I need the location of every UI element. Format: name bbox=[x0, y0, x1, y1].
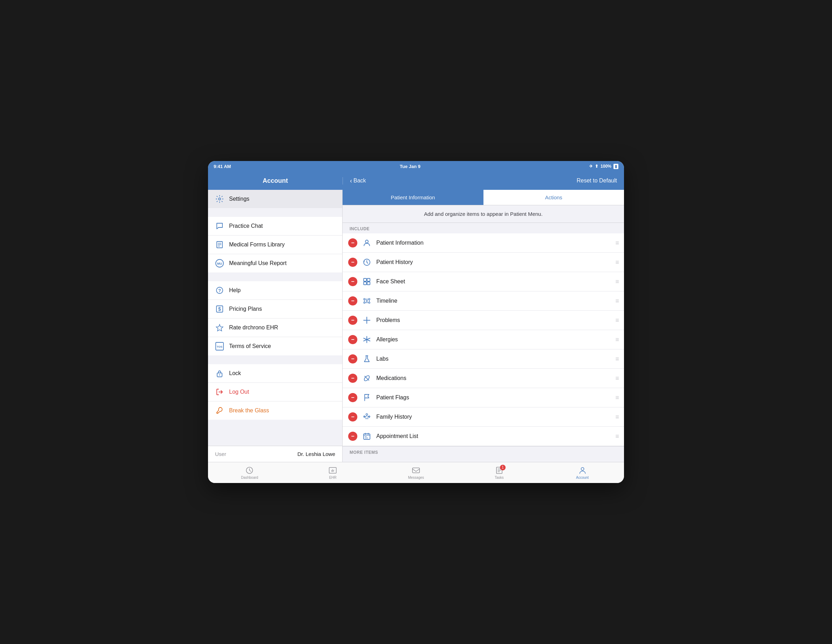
ehr-icon: dr bbox=[328, 466, 337, 474]
drag-handle[interactable]: ≡ bbox=[615, 239, 618, 247]
item-label: Medications bbox=[376, 375, 611, 381]
drag-handle[interactable]: ≡ bbox=[615, 278, 618, 285]
svg-point-16 bbox=[218, 412, 218, 413]
chat-icon bbox=[215, 221, 224, 231]
drag-handle[interactable]: ≡ bbox=[615, 356, 618, 363]
sidebar-section-settings: Settings bbox=[208, 190, 342, 208]
svg-point-27 bbox=[368, 302, 370, 303]
tab-messages[interactable]: Messages bbox=[374, 466, 458, 479]
drag-handle[interactable]: ≡ bbox=[615, 317, 618, 324]
svg-point-15 bbox=[219, 374, 220, 375]
svg-rect-40 bbox=[364, 434, 370, 439]
list-item: − Patient Flags ≡ bbox=[342, 388, 624, 407]
pricing-label: Pricing Plans bbox=[229, 306, 262, 312]
svg-text:MU: MU bbox=[217, 262, 222, 265]
asterisk-icon bbox=[362, 334, 372, 345]
sidebar-item-break-glass[interactable]: Break the Glass bbox=[208, 401, 342, 420]
drag-handle[interactable]: ≡ bbox=[615, 433, 618, 440]
svg-text:dr: dr bbox=[331, 469, 334, 472]
remove-button[interactable]: − bbox=[348, 316, 357, 325]
person-icon bbox=[362, 238, 372, 248]
more-items-section-header: MORE ITEMS bbox=[342, 446, 624, 457]
sidebar-item-lock[interactable]: Lock bbox=[208, 364, 342, 383]
svg-point-0 bbox=[219, 198, 221, 200]
svg-text:?: ? bbox=[218, 288, 221, 293]
status-date: Tue Jan 9 bbox=[400, 164, 421, 169]
remove-button[interactable]: − bbox=[348, 258, 357, 267]
rate-label: Rate drchrono EHR bbox=[229, 324, 278, 331]
drag-handle[interactable]: ≡ bbox=[615, 259, 618, 266]
item-label: Appointment List bbox=[376, 433, 611, 439]
sidebar-item-tos[interactable]: TOS Terms of Service bbox=[208, 337, 342, 356]
item-label: Patient Information bbox=[376, 240, 611, 246]
instruction-text: Add and organize items to appear in Pati… bbox=[342, 205, 624, 223]
drag-handle[interactable]: ≡ bbox=[615, 375, 618, 382]
grid-icon bbox=[362, 276, 372, 287]
status-bar: 9:41 AM Tue Jan 9 ✈ ⬆ 100% ▮ bbox=[208, 161, 624, 171]
lock-icon bbox=[215, 369, 224, 378]
tab-tasks[interactable]: 1 Tasks bbox=[458, 466, 541, 479]
remove-button[interactable]: − bbox=[348, 296, 357, 306]
tasks-icon: 1 bbox=[495, 466, 504, 474]
tasks-badge: 1 bbox=[500, 465, 506, 470]
remove-button[interactable]: − bbox=[348, 354, 357, 364]
sidebar-item-rate[interactable]: Rate drchrono EHR bbox=[208, 319, 342, 337]
list-item: − Timel bbox=[342, 292, 624, 311]
tab-actions[interactable]: Actions bbox=[483, 190, 624, 205]
lock-label: Lock bbox=[229, 370, 241, 376]
drag-handle[interactable]: ≡ bbox=[615, 394, 618, 401]
drag-handle[interactable]: ≡ bbox=[615, 297, 618, 305]
user-value: Dr. Leshia Lowe bbox=[297, 451, 335, 457]
sidebar-item-help[interactable]: ? Help bbox=[208, 281, 342, 300]
tab-account-label: Account bbox=[576, 476, 589, 479]
logout-label: Log Out bbox=[229, 389, 249, 395]
sidebar-item-medical-forms[interactable]: Medical Forms Library bbox=[208, 235, 342, 254]
tab-ehr[interactable]: dr EHR bbox=[291, 466, 374, 479]
remove-button[interactable]: − bbox=[348, 432, 357, 441]
right-panel: Patient Information Actions Add and orga… bbox=[342, 190, 624, 462]
sidebar-item-meaningful-use[interactable]: MU Meaningful Use Report bbox=[208, 254, 342, 272]
sidebar-item-logout[interactable]: Log Out bbox=[208, 383, 342, 401]
sidebar-spacer-2 bbox=[208, 273, 342, 281]
svg-point-17 bbox=[365, 240, 368, 243]
sidebar-item-practice-chat[interactable]: Practice Chat bbox=[208, 217, 342, 235]
svg-point-46 bbox=[581, 468, 584, 470]
remove-button[interactable]: − bbox=[348, 335, 357, 344]
status-time: 9:41 AM bbox=[214, 164, 231, 169]
remove-button[interactable]: − bbox=[348, 374, 357, 383]
back-chevron-icon: ‹ bbox=[350, 177, 352, 184]
drag-handle[interactable]: ≡ bbox=[615, 413, 618, 421]
svg-point-24 bbox=[366, 300, 368, 301]
history-icon bbox=[362, 257, 372, 268]
header-right: ‹ Back Reset to Default bbox=[342, 177, 624, 184]
tab-tasks-label: Tasks bbox=[495, 476, 504, 479]
remove-button[interactable]: − bbox=[348, 412, 357, 421]
medical-forms-label: Medical Forms Library bbox=[229, 242, 285, 248]
tab-dashboard[interactable]: Dashboard bbox=[208, 466, 291, 479]
tab-patient-information[interactable]: Patient Information bbox=[342, 190, 483, 205]
item-label: Patient Flags bbox=[376, 394, 611, 401]
list-item: − Patient Information ≡ bbox=[342, 234, 624, 253]
drag-handle[interactable]: ≡ bbox=[615, 336, 618, 343]
cross-icon bbox=[362, 315, 372, 325]
svg-rect-20 bbox=[367, 279, 370, 281]
reset-button[interactable]: Reset to Default bbox=[576, 178, 617, 184]
sidebar-item-pricing[interactable]: $ Pricing Plans bbox=[208, 300, 342, 319]
sidebar-footer: User Dr. Leshia Lowe bbox=[208, 446, 342, 462]
tab-account[interactable]: Account bbox=[541, 466, 624, 479]
remove-button[interactable]: − bbox=[348, 277, 357, 286]
svg-point-23 bbox=[364, 298, 365, 300]
wifi-icon: ⬆ bbox=[595, 164, 598, 169]
back-label: Back bbox=[354, 178, 366, 184]
list-item: − Appointment List ≡ bbox=[342, 427, 624, 446]
svg-rect-21 bbox=[364, 282, 366, 285]
back-button[interactable]: ‹ Back bbox=[350, 177, 366, 184]
svg-text:$: $ bbox=[218, 306, 221, 312]
sidebar-item-settings[interactable]: Settings bbox=[208, 190, 342, 208]
item-label: Patient History bbox=[376, 259, 611, 265]
dashboard-icon bbox=[245, 466, 254, 474]
remove-button[interactable]: − bbox=[348, 238, 357, 247]
pill-icon bbox=[362, 373, 372, 383]
meaningful-use-label: Meaningful Use Report bbox=[229, 260, 287, 266]
remove-button[interactable]: − bbox=[348, 393, 357, 402]
